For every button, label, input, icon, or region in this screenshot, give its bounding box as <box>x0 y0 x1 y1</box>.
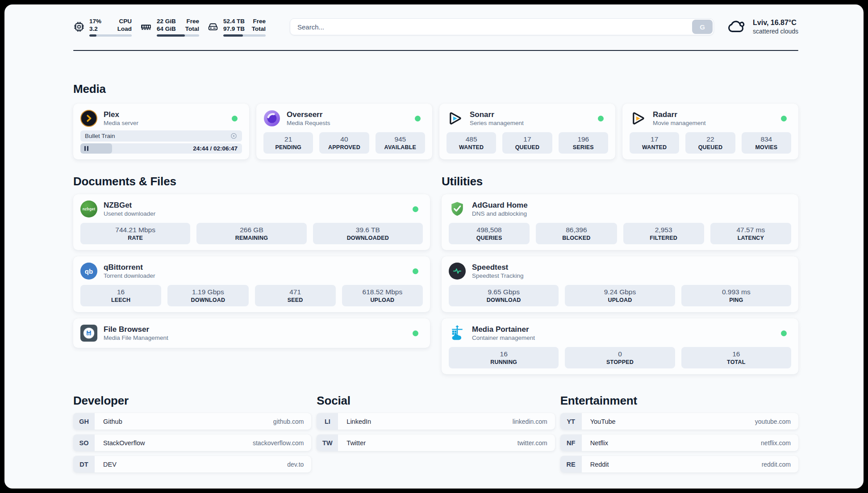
bookmark-group-social: Social LI LinkedIn linkedin.com TW Twitt… <box>317 394 555 477</box>
dashboard: 17% CPU 3.2 Load <box>4 4 864 489</box>
app-card-qbittorrent[interactable]: qb qBittorrent Torrent downloader 16 LEE… <box>73 256 430 312</box>
stat-box: 0.993 ms PING <box>681 285 791 306</box>
app-card-radarr[interactable]: Radarr Movie management 17 WANTED 22 QUE… <box>622 104 798 159</box>
qbittorrent-icon: qb <box>80 263 97 280</box>
playback-progress-bar: 24:44 / 02:06:47 <box>80 143 242 154</box>
bookmark-youtube[interactable]: YT YouTube youtube.com <box>560 413 798 430</box>
nzbget-icon: nzbget <box>80 201 97 217</box>
radarr-icon <box>630 110 647 127</box>
stat-box: 2,953 FILTERED <box>623 223 704 244</box>
bookmark-name: Netflix <box>590 439 608 447</box>
weather-summary: Lviv, 16.87°C <box>753 18 798 27</box>
header-divider <box>73 50 798 51</box>
section-title-documents: Documents & Files <box>73 175 430 188</box>
app-card-filebrowser[interactable]: File Browser Media File Management <box>73 318 430 348</box>
memory-label-2: Total <box>185 25 199 33</box>
app-name: Plex <box>104 110 138 119</box>
memory-icon <box>140 21 152 33</box>
stat-box: 22 QUEUED <box>685 132 735 154</box>
memory-free-value: 22 GiB <box>157 17 176 25</box>
bookmark-group-developer: Developer GH Github github.com SO StackO… <box>73 394 311 477</box>
app-description: Speedtest Tracking <box>472 272 524 280</box>
bookmark-abbr: DT <box>73 456 95 472</box>
section-title-social: Social <box>317 394 555 407</box>
cloud-icon <box>726 17 747 36</box>
stat-box: 17 WANTED <box>630 132 679 154</box>
stat-box: 21 PENDING <box>263 132 313 154</box>
utilities-column: Utilities <box>442 175 798 374</box>
app-card-sonarr[interactable]: Sonarr Series management 485 WANTED 17 Q… <box>439 104 615 159</box>
stat-box: 16 LEECH <box>80 285 161 306</box>
bookmark-netflix[interactable]: NF Netflix netflix.com <box>560 435 798 451</box>
bookmark-dev[interactable]: DT DEV dev.to <box>73 456 311 472</box>
overseerr-icon <box>263 110 280 127</box>
stat-box: 9.65 Gbps DOWNLOAD <box>449 285 559 306</box>
stat-box: 485 WANTED <box>447 132 496 154</box>
memory-total-value: 64 GiB <box>157 25 176 33</box>
search-provider-button[interactable]: G <box>692 20 713 34</box>
stat-box: 17 QUEUED <box>502 132 552 154</box>
weather-widget: Lviv, 16.87°C scattered clouds <box>726 17 798 36</box>
bookmark-name: Reddit <box>590 461 609 468</box>
app-name: NZBGet <box>104 201 155 210</box>
bookmarks: Developer GH Github github.com SO StackO… <box>73 394 798 477</box>
stat-box: 40 APPROVED <box>319 132 369 154</box>
bookmark-reddit[interactable]: RE Reddit reddit.com <box>560 456 798 472</box>
stat-box: 9.24 Gbps UPLOAD <box>565 285 675 306</box>
adguard-icon <box>449 201 466 217</box>
bookmark-github[interactable]: GH Github github.com <box>73 413 311 430</box>
cpu-usage-value: 17% <box>89 17 101 25</box>
disk-label-1: Free <box>253 17 266 25</box>
app-card-nzbget[interactable]: nzbget NZBGet Usenet downloader 744.21 M… <box>73 194 430 250</box>
app-name: Sonarr <box>470 110 524 119</box>
app-description: Media File Management <box>104 334 168 342</box>
bookmark-name: YouTube <box>590 418 616 425</box>
app-description: Media Requests <box>287 119 330 127</box>
now-playing-row: Bullet Train <box>80 130 242 142</box>
stat-box: 498,508 QUERIES <box>449 223 530 244</box>
screenshot-toggle-icon[interactable] <box>230 132 238 140</box>
stat-box: 1.19 Gbps DOWNLOAD <box>167 285 248 306</box>
app-description: Torrent downloader <box>104 272 155 280</box>
disk-progress-bar <box>223 34 266 37</box>
disk-free-value: 52.4 TB <box>223 17 245 25</box>
filebrowser-icon <box>80 325 97 342</box>
disk-widget: 52.4 TB Free 97.9 TB Total <box>207 17 266 37</box>
stat-box: 945 AVAILABLE <box>376 132 425 154</box>
app-card-adguard[interactable]: AdGuard Home DNS and adblocking 498,508 … <box>442 194 798 250</box>
cpu-icon <box>73 21 85 33</box>
status-dot <box>232 116 238 121</box>
app-description: DNS and adblocking <box>472 210 528 217</box>
now-playing-title: Bullet Train <box>85 133 115 139</box>
bookmark-stackoverflow[interactable]: SO StackOverflow stackoverflow.com <box>73 435 311 451</box>
stat-box: 834 MOVIES <box>742 132 791 154</box>
app-name: AdGuard Home <box>472 201 528 210</box>
resource-widgets: 17% CPU 3.2 Load <box>73 17 274 37</box>
bookmark-abbr: YT <box>560 413 582 430</box>
status-dot <box>413 330 418 336</box>
memory-progress-bar <box>157 34 199 37</box>
bookmark-group-entertainment: Entertainment YT YouTube youtube.com NF … <box>560 394 798 477</box>
bookmark-twitter[interactable]: TW Twitter twitter.com <box>317 435 555 451</box>
cpu-label-2: Load <box>117 25 132 33</box>
stat-box: 744.21 Mbps RATE <box>80 223 190 244</box>
bookmark-name: Twitter <box>346 439 366 447</box>
cpu-widget: 17% CPU 3.2 Load <box>73 17 132 37</box>
app-card-speedtest[interactable]: Speedtest Speedtest Tracking 9.65 Gbps D… <box>442 256 798 312</box>
bookmark-linkedin[interactable]: LI LinkedIn linkedin.com <box>317 413 555 430</box>
bookmark-name: StackOverflow <box>103 439 145 447</box>
bookmark-name: DEV <box>103 461 117 468</box>
status-dot <box>598 116 604 121</box>
app-card-portainer[interactable]: Media Portainer Container management 16 … <box>442 318 798 374</box>
status-dot <box>415 116 421 121</box>
status-dot <box>781 330 787 336</box>
stat-box: 16 RUNNING <box>449 347 559 368</box>
app-card-plex[interactable]: Plex Media server Bullet Train <box>73 104 249 159</box>
stat-box: 39.6 TB DOWNLOADED <box>313 223 423 244</box>
bookmark-abbr: GH <box>73 413 95 430</box>
app-card-overseerr[interactable]: Overseerr Media Requests 21 PENDING 40 A… <box>256 104 432 159</box>
bookmark-abbr: LI <box>317 413 338 430</box>
app-name: Media Portainer <box>472 325 535 334</box>
pause-icon <box>84 146 88 151</box>
search-input[interactable] <box>290 18 714 35</box>
